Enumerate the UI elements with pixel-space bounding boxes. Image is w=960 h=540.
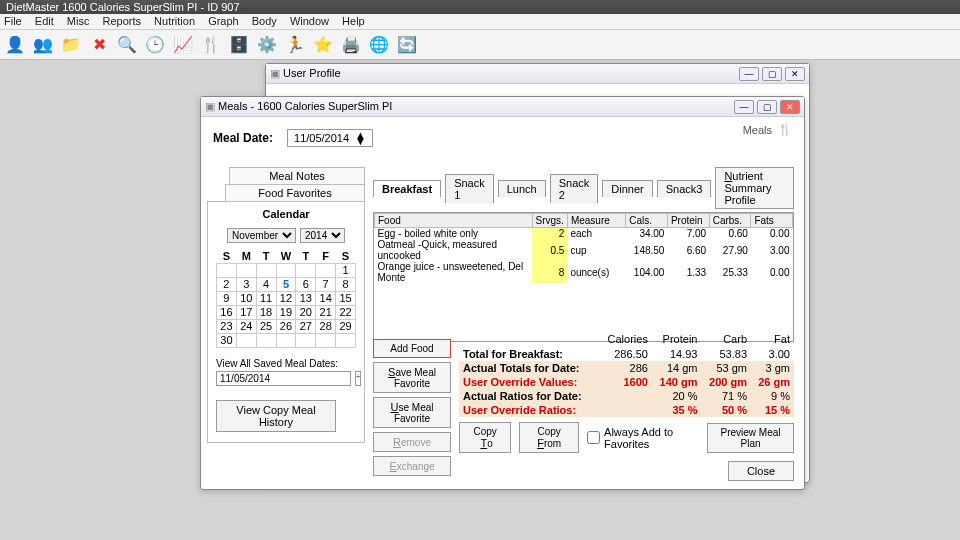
calendar-day[interactable]: [336, 333, 356, 347]
folder-icon[interactable]: 📁: [60, 34, 82, 56]
calendar-day[interactable]: 15: [336, 291, 356, 305]
runner-icon[interactable]: 🏃: [284, 34, 306, 56]
calendar-day[interactable]: 5: [276, 277, 296, 291]
view-history-button[interactable]: View Copy Meal History: [216, 400, 336, 432]
menu-reports[interactable]: Reports: [103, 15, 142, 27]
calendar-day[interactable]: 27: [296, 319, 316, 333]
calendar-day[interactable]: 19: [276, 305, 296, 319]
globe-refresh-icon[interactable]: 🔄: [396, 34, 418, 56]
calendar-day[interactable]: [316, 333, 336, 347]
food-row[interactable]: Egg - boiled white only2each34.007.000.6…: [375, 228, 793, 240]
maximize-button[interactable]: ▢: [762, 67, 782, 81]
menu-body[interactable]: Body: [252, 15, 277, 27]
calendar-day[interactable]: 16: [217, 305, 237, 319]
menu-nutrition[interactable]: Nutrition: [154, 15, 195, 27]
menu-graph[interactable]: Graph: [208, 15, 239, 27]
calendar-day[interactable]: 10: [236, 291, 256, 305]
calendar-day[interactable]: 12: [276, 291, 296, 305]
add-food-button[interactable]: Add Food: [373, 339, 451, 358]
nutrient-summary-button[interactable]: Nutrient Summary Profile: [715, 167, 794, 209]
menu-file[interactable]: File: [4, 15, 22, 27]
calendar-day[interactable]: 11: [256, 291, 276, 305]
date-spinner[interactable]: ▲▼: [355, 132, 366, 144]
always-add-checkbox[interactable]: Always Add to Favorites: [587, 426, 699, 450]
tab-snack2[interactable]: Snack 2: [550, 174, 599, 203]
calendar-day[interactable]: 7: [316, 277, 336, 291]
calendar-day[interactable]: 23: [217, 319, 237, 333]
calendar-day[interactable]: 22: [336, 305, 356, 319]
gears-icon[interactable]: ⚙️: [256, 34, 278, 56]
minimize-button[interactable]: —: [734, 100, 754, 114]
calendar-day[interactable]: 25: [256, 319, 276, 333]
calendar-day[interactable]: 26: [276, 319, 296, 333]
calendar-day[interactable]: [217, 263, 237, 277]
year-select[interactable]: 2014: [300, 228, 345, 243]
star-icon[interactable]: ⭐: [312, 34, 334, 56]
copy-to-button[interactable]: Copy To: [459, 422, 511, 453]
add-user-icon[interactable]: 👤: [4, 34, 26, 56]
tab-lunch[interactable]: Lunch: [498, 180, 546, 197]
globe-icon[interactable]: 🌐: [368, 34, 390, 56]
menu-window[interactable]: Window: [290, 15, 329, 27]
calendar-day[interactable]: [316, 263, 336, 277]
tab-meal-notes[interactable]: Meal Notes: [229, 167, 365, 184]
tab-snack1[interactable]: Snack 1: [445, 174, 494, 203]
calendar-day[interactable]: [236, 263, 256, 277]
calendar-day[interactable]: 29: [336, 319, 356, 333]
save-favorite-button[interactable]: Save Meal Favorite: [373, 362, 451, 393]
food-row[interactable]: Oatmeal -Quick, measured uncooked0.5cup1…: [375, 239, 793, 261]
month-select[interactable]: November: [227, 228, 296, 243]
calendar-day[interactable]: [296, 263, 316, 277]
calendar-day[interactable]: 14: [316, 291, 336, 305]
calendar-day[interactable]: [256, 263, 276, 277]
calendar-day[interactable]: 3: [236, 277, 256, 291]
close-button[interactable]: Close: [728, 461, 794, 481]
calendar-day[interactable]: [236, 333, 256, 347]
calendar-day[interactable]: 18: [256, 305, 276, 319]
minimize-button[interactable]: —: [739, 67, 759, 81]
date-step-control[interactable]: ÷: [355, 371, 361, 386]
menu-help[interactable]: Help: [342, 15, 365, 27]
delete-icon[interactable]: ✖: [88, 34, 110, 56]
calendar-day[interactable]: 13: [296, 291, 316, 305]
maximize-button[interactable]: ▢: [757, 100, 777, 114]
clock-icon[interactable]: 🕒: [144, 34, 166, 56]
tab-dinner[interactable]: Dinner: [602, 180, 652, 197]
calendar-day[interactable]: [256, 333, 276, 347]
calendar-day[interactable]: 24: [236, 319, 256, 333]
calendar-day[interactable]: [276, 263, 296, 277]
print-icon[interactable]: 🖨️: [340, 34, 362, 56]
preview-button[interactable]: Preview Meal Plan: [707, 423, 794, 453]
chart-icon[interactable]: 📈: [172, 34, 194, 56]
menu-misc[interactable]: Misc: [67, 15, 90, 27]
tab-food-favorites[interactable]: Food Favorites: [225, 184, 365, 201]
tab-breakfast[interactable]: Breakfast: [373, 180, 441, 197]
calendar-day[interactable]: 28: [316, 319, 336, 333]
calendar-day[interactable]: 9: [217, 291, 237, 305]
tab-calendar[interactable]: Calendar: [216, 208, 356, 220]
close-button[interactable]: ✕: [780, 100, 800, 114]
calendar-day[interactable]: [276, 333, 296, 347]
calendar-day[interactable]: [296, 333, 316, 347]
calendar-day[interactable]: 21: [316, 305, 336, 319]
menu-edit[interactable]: Edit: [35, 15, 54, 27]
tab-snack3[interactable]: Snack3: [657, 180, 712, 197]
search-icon[interactable]: 🔍: [116, 34, 138, 56]
food-table[interactable]: FoodSrvgs.MeasureCals.ProteinCarbs.Fats …: [373, 212, 794, 342]
close-button[interactable]: ✕: [785, 67, 805, 81]
calendar-day[interactable]: 2: [217, 277, 237, 291]
food-row[interactable]: Orange juice - unsweetened, Del Monte8ou…: [375, 261, 793, 283]
calendar-day[interactable]: 8: [336, 277, 356, 291]
calendar-grid[interactable]: SMTWTFS 12345678910111213141516171819202…: [216, 249, 356, 348]
calendar-day[interactable]: 30: [217, 333, 237, 347]
calendar-day[interactable]: 17: [236, 305, 256, 319]
calendar-day[interactable]: 6: [296, 277, 316, 291]
saved-date-input[interactable]: [216, 371, 351, 386]
calendar-day[interactable]: 1: [336, 263, 356, 277]
calendar-day[interactable]: 4: [256, 277, 276, 291]
copy-from-button[interactable]: Copy From: [519, 422, 579, 453]
utensils-icon[interactable]: 🍴: [200, 34, 222, 56]
meal-date-input[interactable]: 11/05/2014 ▲▼: [287, 129, 373, 147]
database-icon[interactable]: 🗄️: [228, 34, 250, 56]
users-icon[interactable]: 👥: [32, 34, 54, 56]
